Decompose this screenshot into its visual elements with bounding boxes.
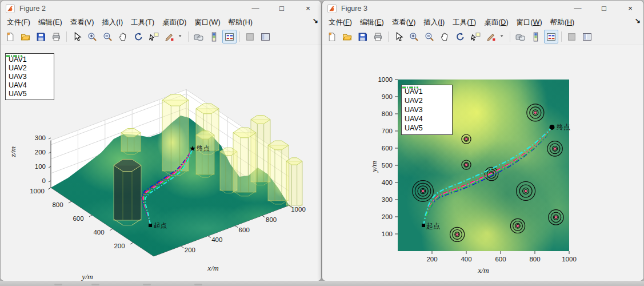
brush-dropdown-icon[interactable] <box>178 30 185 43</box>
legend-line-sample <box>6 54 23 58</box>
svg-text:1000: 1000 <box>30 188 45 194</box>
save-icon[interactable] <box>34 30 48 43</box>
pointer-icon[interactable] <box>391 30 406 43</box>
colorbar-icon[interactable] <box>529 30 543 43</box>
pan-icon[interactable] <box>116 30 130 43</box>
menu-item-d[interactable]: 桌面(D) <box>480 17 512 29</box>
threat-rings <box>527 104 544 121</box>
hide-plot-tools-icon[interactable] <box>243 30 257 43</box>
svg-text:600: 600 <box>382 145 393 152</box>
svg-text:200: 200 <box>426 256 437 263</box>
matlab-icon <box>327 4 337 13</box>
menu-overflow-icon[interactable]: ↘ <box>635 17 641 25</box>
figure3-legend[interactable]: UAV1UAV2UAV3UAV4UAV5 <box>401 85 453 135</box>
pointer-icon[interactable] <box>70 30 84 43</box>
brush-icon[interactable] <box>484 30 498 43</box>
open-file-icon[interactable] <box>18 30 33 43</box>
minimize-button[interactable]: — <box>565 1 591 16</box>
menu-item-e[interactable]: 编辑(E) <box>34 17 66 29</box>
figure2-toolbar <box>1 29 321 45</box>
new-file-icon[interactable] <box>3 30 17 43</box>
menu-item-h[interactable]: 帮助(H) <box>225 17 257 29</box>
show-plot-tools-icon[interactable] <box>258 30 273 43</box>
legend-icon[interactable] <box>544 30 558 43</box>
window-title: Figure 2 <box>19 5 46 13</box>
svg-text:700: 700 <box>382 128 393 134</box>
brush-dropdown-icon[interactable] <box>499 30 507 43</box>
link-plot-icon[interactable] <box>191 30 206 43</box>
start-label: 起点 <box>426 222 440 230</box>
menu-item-v[interactable]: 查看(V) <box>66 17 98 29</box>
matlab-icon <box>6 4 15 13</box>
menu-item-i[interactable]: 插入(I) <box>419 17 449 29</box>
svg-text:400: 400 <box>461 256 471 263</box>
obstacle-prism <box>286 161 302 205</box>
brush-icon[interactable] <box>162 30 177 43</box>
window-buttons: — □ × <box>565 1 643 16</box>
pan-icon[interactable] <box>438 30 452 43</box>
svg-text:400: 400 <box>382 179 393 186</box>
maximize-button[interactable]: □ <box>269 1 295 16</box>
svg-text:200: 200 <box>185 247 195 253</box>
new-file-icon[interactable] <box>325 30 339 43</box>
show-plot-tools-icon[interactable] <box>580 30 594 43</box>
menu-item-v[interactable]: 查看(V) <box>388 17 420 29</box>
legend-label: UAV2 <box>9 64 27 72</box>
menu-overflow-icon[interactable]: ↘ <box>313 17 318 25</box>
colorbar-icon[interactable] <box>207 30 221 43</box>
figure3-plot[interactable]: 起点终点200400600800100010020030040050060070… <box>322 45 644 281</box>
menu-item-w[interactable]: 窗口(W) <box>190 17 224 29</box>
obstacle-prism <box>233 133 256 192</box>
figure2-legend[interactable]: UAV1UAV2UAV3UAV4UAV5 <box>5 53 54 100</box>
svg-text:0: 0 <box>42 177 46 184</box>
zoom-out-icon[interactable] <box>101 30 115 43</box>
legend-item-uav5: UAV5 <box>9 90 50 98</box>
rotate-3d-icon[interactable] <box>131 30 146 43</box>
legend-icon[interactable] <box>222 30 237 43</box>
toolbar-separator <box>388 31 389 42</box>
data-cursor-icon[interactable] <box>469 30 483 43</box>
legend-label: UAV3 <box>405 106 423 114</box>
link-plot-icon[interactable] <box>513 30 527 43</box>
taskbar-strip <box>0 281 644 286</box>
menu-item-h[interactable]: 帮助(H) <box>546 17 578 29</box>
save-icon[interactable] <box>355 30 370 43</box>
legend-label: UAV4 <box>9 81 27 89</box>
close-button[interactable]: × <box>617 1 643 16</box>
zoom-in-icon[interactable] <box>85 30 99 43</box>
svg-text:200: 200 <box>35 149 46 156</box>
menu-item-i[interactable]: 插入(I) <box>98 17 127 29</box>
menu-item-f[interactable]: 文件(F) <box>3 17 34 29</box>
menu-item-d[interactable]: 桌面(D) <box>158 17 190 29</box>
svg-text:600: 600 <box>73 215 83 222</box>
menu-item-t[interactable]: 工具(T) <box>127 17 158 29</box>
menu-item-e[interactable]: 编辑(E) <box>356 17 388 29</box>
close-button[interactable]: × <box>295 1 321 16</box>
legend-item-uav3: UAV3 <box>405 106 448 114</box>
menu-item-t[interactable]: 工具(T) <box>449 17 480 29</box>
maximize-button[interactable]: □ <box>591 1 617 16</box>
print-icon[interactable] <box>371 30 385 43</box>
end-label: 终点 <box>557 123 570 131</box>
data-cursor-icon[interactable] <box>147 30 161 43</box>
window-title: Figure 3 <box>341 5 367 13</box>
threat-rings <box>450 227 465 241</box>
obstacle-prism <box>268 145 289 201</box>
zoom-out-icon[interactable] <box>422 30 437 43</box>
menu-item-f[interactable]: 文件(F) <box>325 17 356 29</box>
minimize-button[interactable]: — <box>242 1 269 16</box>
menu-item-w[interactable]: 窗口(W) <box>513 17 546 29</box>
legend-item-uav3: UAV3 <box>9 73 50 81</box>
taskbar-smudge <box>91 284 99 285</box>
threat-rings <box>547 141 562 156</box>
figure3-canvas: 起点终点200400600800100010020030040050060070… <box>322 45 643 281</box>
print-icon[interactable] <box>49 30 63 43</box>
svg-text:300: 300 <box>35 134 46 141</box>
hide-plot-tools-icon[interactable] <box>565 30 579 43</box>
open-file-icon[interactable] <box>340 30 354 43</box>
zoom-in-icon[interactable] <box>407 30 421 43</box>
figure2-titlebar[interactable]: Figure 2 — □ × <box>1 1 321 16</box>
figure3-titlebar[interactable]: Figure 3 — □ × <box>322 1 643 16</box>
toolbar-separator <box>66 31 67 42</box>
rotate-3d-icon[interactable] <box>453 30 467 43</box>
